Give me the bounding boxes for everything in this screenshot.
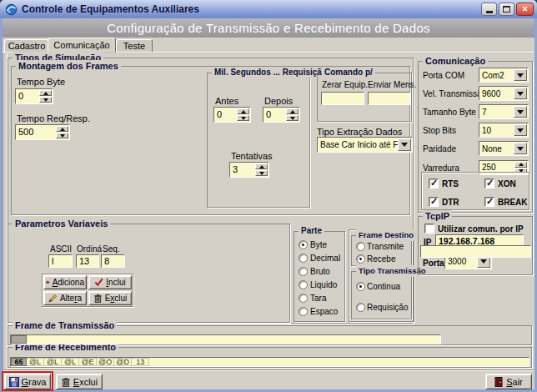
adiciona-button[interactable]: Adiciona — [43, 275, 87, 289]
radio-parte-tara[interactable] — [299, 294, 308, 303]
chevron-down-icon[interactable] — [514, 143, 527, 154]
tab-comunicacao[interactable]: Comunicação — [48, 38, 116, 53]
group-montagem-frames-caption: Montagem dos Frames — [16, 60, 121, 72]
frame-token[interactable]: @E — [79, 358, 97, 366]
tentativas-spinner[interactable]: 3 — [229, 162, 269, 178]
antes-label: Antes — [215, 96, 238, 106]
chevron-down-icon[interactable] — [398, 138, 411, 151]
ascii-field[interactable]: l — [48, 254, 73, 268]
inclui-button[interactable]: Inclui — [88, 275, 132, 289]
xon-checkbox[interactable] — [484, 178, 494, 188]
spinner-down-icon[interactable] — [39, 97, 52, 103]
frame-token[interactable]: @D — [114, 358, 132, 366]
close-button[interactable]: ✕ — [516, 3, 534, 16]
ordinal-field[interactable]: 13 — [76, 254, 99, 268]
spinner-up-icon[interactable] — [514, 162, 527, 168]
frame-transmissao-field[interactable] — [10, 334, 441, 344]
spinner-up-icon[interactable] — [237, 108, 249, 114]
page-title: Configuração de Transmissão e Recebiment… — [107, 21, 430, 35]
ascii-label: ASCII — [50, 244, 72, 254]
xon-label: XON — [498, 179, 516, 189]
dtr-checkbox[interactable] — [429, 197, 439, 207]
radio-parte-espaco[interactable] — [299, 307, 308, 316]
group-frame-transmissao-caption: Frame de Transmissão — [13, 319, 117, 331]
zerar-equip-field[interactable] — [321, 92, 364, 105]
radio-parte-liquido[interactable] — [299, 280, 308, 289]
group-mil-segundos-caption: Mil. Segundos ... Requisição — [212, 67, 329, 78]
paridade-select[interactable]: None — [479, 141, 529, 156]
check-icon — [94, 278, 103, 287]
radio-recebe-label: Recebe — [367, 254, 395, 264]
add-arrow-icon — [46, 278, 50, 287]
tipo-extracao-label: Tipo Extração Dados — [317, 127, 402, 137]
vel-transmissao-select[interactable]: 9600 — [479, 86, 529, 101]
group-comando-caption: Comando p/ — [322, 67, 375, 78]
spinner-down-icon[interactable] — [237, 115, 249, 121]
exclui-button[interactable]: Exclui — [56, 374, 103, 389]
radio-parte-decimal[interactable] — [299, 254, 308, 263]
seq-field[interactable]: 8 — [101, 254, 125, 268]
radio-transmite[interactable] — [356, 242, 365, 251]
stop-bits-label: Stop Bits — [423, 126, 456, 136]
spinner-up-icon[interactable] — [286, 108, 299, 114]
rts-checkbox[interactable] — [429, 178, 439, 188]
altera-button[interactable]: Altera — [43, 291, 87, 305]
tipo-extracao-select[interactable]: Base Car Inicio até Fim — [317, 137, 413, 153]
frame-token[interactable]: @O — [97, 358, 114, 366]
frame-token[interactable]: 13 — [132, 358, 149, 366]
window-title: Controle de Equipamentos Auxiliares — [22, 3, 199, 15]
rts-label: RTS — [442, 179, 459, 189]
frame-transmissao-cursor-cell[interactable] — [11, 335, 27, 344]
tempo-req-spinner[interactable]: 500 — [15, 124, 70, 140]
radio-parte-byte-label: Byte — [310, 240, 327, 250]
radio-continua-label: Continua — [367, 282, 400, 292]
trash-icon — [61, 377, 71, 387]
enviar-mens-field[interactable] — [368, 92, 410, 105]
radio-parte-liquido-label: Liquido — [310, 280, 337, 290]
maximize-button[interactable] — [499, 3, 514, 16]
spinner-up-icon[interactable] — [39, 90, 52, 96]
depois-spinner[interactable]: 0 — [263, 107, 300, 123]
group-frame-destino-caption: Frame Destino — [356, 229, 416, 241]
spinner-up-icon[interactable] — [255, 163, 268, 169]
minimize-icon — [486, 11, 493, 13]
vel-transmissao-label: Vel. Transmissão — [423, 89, 486, 99]
minimize-button[interactable] — [481, 3, 497, 16]
grava-button[interactable]: Grava — [4, 374, 51, 389]
tempo-req-label: Tempo Req/Resp. — [17, 113, 90, 123]
utilizar-ip-label: Utilizar comun. por IP — [438, 224, 524, 234]
frame-recebimento-selected-cell[interactable]: 65 — [11, 358, 27, 366]
frame-recebimento-field[interactable]: 65 @L @L @L @E @O @D 13 — [10, 357, 529, 367]
save-icon — [9, 377, 19, 387]
spinner-up-icon[interactable] — [56, 126, 68, 132]
radio-parte-bruto[interactable] — [299, 267, 308, 276]
frame-token[interactable]: @L — [44, 358, 62, 366]
spinner-down-icon[interactable] — [286, 115, 299, 121]
tempo-byte-spinner[interactable]: 0 — [15, 88, 53, 104]
utilizar-ip-checkbox[interactable] — [424, 224, 434, 234]
spinner-down-icon[interactable] — [255, 170, 268, 176]
frame-token[interactable]: @L — [27, 358, 44, 366]
tab-cadastro[interactable]: Cadastro — [4, 39, 49, 53]
radio-parte-byte[interactable] — [299, 240, 308, 249]
radio-recebe[interactable] — [356, 254, 365, 264]
stop-bits-select[interactable]: 10 — [479, 123, 529, 138]
frame-token[interactable]: @L — [62, 358, 79, 366]
chevron-down-icon[interactable] — [514, 88, 527, 99]
radio-parte-decimal-label: Decimal — [310, 254, 340, 264]
tcpip-overlay-field[interactable] — [420, 245, 531, 258]
tamanho-byte-select[interactable]: 7 — [479, 104, 529, 119]
chevron-down-icon[interactable] — [514, 69, 527, 81]
spinner-down-icon[interactable] — [56, 133, 68, 138]
tab-teste[interactable]: Teste — [116, 39, 153, 53]
radio-continua[interactable] — [356, 282, 365, 291]
chevron-down-icon[interactable] — [514, 124, 527, 136]
seq-label: Seq. — [103, 244, 120, 254]
break-checkbox[interactable] — [484, 197, 494, 207]
chevron-down-icon[interactable] — [514, 106, 527, 118]
exclui-panel-button[interactable]: Exclui — [88, 291, 132, 305]
sair-button[interactable]: Sair — [485, 374, 532, 389]
antes-spinner[interactable]: 0 — [213, 107, 251, 123]
porta-com-select[interactable]: Com2 — [479, 68, 529, 83]
radio-requisicao[interactable] — [356, 303, 365, 312]
